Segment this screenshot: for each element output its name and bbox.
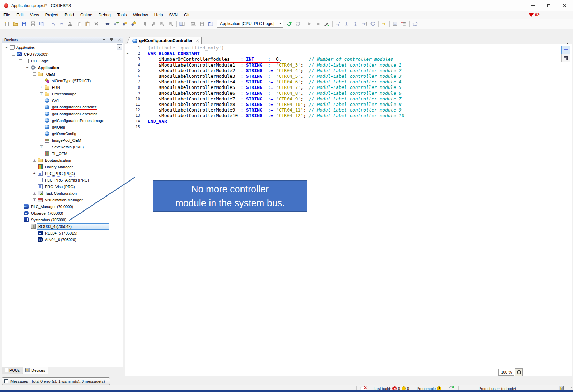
clear-bookmarks-button[interactable] bbox=[167, 20, 175, 28]
tree-dropdown-button[interactable] bbox=[117, 44, 122, 50]
step-out-button[interactable] bbox=[351, 20, 360, 28]
fold-collapse-icon[interactable] bbox=[125, 51, 130, 56]
find-button[interactable] bbox=[103, 20, 112, 28]
flow-control-button[interactable] bbox=[391, 20, 399, 28]
undo-button[interactable] bbox=[48, 20, 57, 28]
step-over-button[interactable] bbox=[334, 20, 342, 28]
tree-item-plc-logic[interactable]: −PLC Logic bbox=[2, 57, 123, 64]
code-line-12[interactable]: sModulLabelControllerModule9 : STRING :=… bbox=[148, 107, 404, 113]
pin-icon[interactable] bbox=[109, 38, 114, 42]
tree-item-bootapplication[interactable]: +Bootapplication bbox=[2, 157, 123, 163]
print-button[interactable] bbox=[29, 20, 37, 28]
device-communication-button[interactable] bbox=[206, 20, 215, 28]
tree-item-gvlconfigurationprocessimage[interactable]: gvlConfigurationProcessImage bbox=[2, 117, 123, 124]
menu-build[interactable]: Build bbox=[61, 11, 77, 18]
redo-button[interactable] bbox=[57, 20, 66, 28]
tree-item-plc-manager-70-0000[interactable]: PLC_Manager (70.0000) bbox=[2, 203, 123, 210]
find-objects-button[interactable] bbox=[121, 20, 129, 28]
code-line-15[interactable] bbox=[148, 124, 404, 130]
tree-item-saveretain-prg[interactable]: +SaveRetain (PRG) bbox=[2, 144, 123, 150]
close-button[interactable] bbox=[557, 0, 573, 11]
expand-icon[interactable]: + bbox=[40, 86, 43, 89]
window-menu-icon[interactable] bbox=[101, 38, 106, 42]
close-panel-icon[interactable] bbox=[117, 38, 122, 42]
code-line-10[interactable]: sModulLabelControllerModule7 : STRING :=… bbox=[148, 96, 404, 102]
tree-item-rel04-5-705015[interactable]: REL04_5 (705015) bbox=[2, 230, 123, 236]
login-button[interactable] bbox=[285, 20, 294, 28]
code-line-9[interactable]: sModulLabelControllerModule6 : STRING :=… bbox=[148, 91, 404, 96]
zoom-level[interactable]: 100 % bbox=[498, 369, 514, 376]
menu-svn[interactable]: SVN bbox=[166, 11, 181, 18]
tabular-view-button[interactable] bbox=[561, 54, 570, 62]
copy-pages-button[interactable] bbox=[37, 20, 46, 28]
minimize-button[interactable] bbox=[525, 0, 541, 11]
pragma-message-badge[interactable]: 62 bbox=[529, 13, 540, 17]
tree-item-imagepool-oem[interactable]: ImagePool_OEM bbox=[2, 137, 123, 144]
open-project-button[interactable] bbox=[11, 20, 20, 28]
code-line-13[interactable]: sModulLabelControllerModule10 : STRING :… bbox=[148, 113, 404, 118]
close-tab-icon[interactable] bbox=[196, 40, 199, 42]
tree-item-gvl[interactable]: GVL bbox=[2, 97, 123, 104]
tab-devices[interactable]: Devices bbox=[23, 367, 48, 374]
menu-debug[interactable]: Debug bbox=[96, 11, 114, 18]
code-line-8[interactable]: sModulLabelControllerModule5 : STRING :=… bbox=[148, 85, 404, 90]
code-line-6[interactable]: sModulLabelControllerModule3 : STRING :=… bbox=[148, 74, 404, 79]
textual-view-button[interactable] bbox=[561, 46, 570, 54]
zoom-button[interactable] bbox=[515, 368, 523, 376]
single-cycle-button[interactable] bbox=[411, 20, 419, 28]
tree-item-visualization-manager[interactable]: +Visualization Manager bbox=[2, 197, 123, 203]
chevron-down-icon[interactable] bbox=[277, 20, 283, 27]
tree-item-library-manager[interactable]: Library Manager bbox=[2, 163, 123, 170]
copy-button[interactable] bbox=[75, 20, 83, 28]
active-application-combo[interactable]: Application [CPU: PLC Logic] bbox=[217, 20, 283, 28]
tree-item-gvlconfigurationgenerator[interactable]: gvlConfigurationGenerator bbox=[2, 110, 123, 117]
tree-item-cpu-705003[interactable]: −CPU (705003) bbox=[2, 51, 123, 57]
collapse-icon[interactable]: − bbox=[26, 225, 29, 228]
tree-item-gvlconfigurationcontroller[interactable]: gvlConfigurationController bbox=[2, 104, 123, 110]
tree-item-oem[interactable]: −-OEM bbox=[2, 71, 123, 77]
code-line-7[interactable]: sModulLabelControllerModule4 : STRING :=… bbox=[148, 79, 404, 85]
tree-item-plc-prg-prg[interactable]: +PLC_PRG (PRG) bbox=[2, 170, 123, 177]
expand-icon[interactable]: + bbox=[40, 92, 43, 95]
replace-button[interactable] bbox=[112, 20, 121, 28]
tree-item-plc-prg-alarms-prg[interactable]: PLC_PRG_Alarms (PRG) bbox=[2, 177, 123, 183]
show-next-statement-button[interactable] bbox=[380, 20, 388, 28]
cut-button[interactable] bbox=[66, 20, 75, 28]
menu-file[interactable]: File bbox=[0, 11, 13, 18]
tree-item-rou03-4-705042[interactable]: −ROU03_4 (705042) bbox=[2, 223, 123, 230]
tree-item-tl-oem[interactable]: TL_OEM bbox=[2, 150, 123, 157]
expand-icon[interactable]: + bbox=[33, 198, 36, 201]
menu-project[interactable]: Project bbox=[42, 11, 61, 18]
code-line-2[interactable]: VAR_GLOBAL CONSTANT bbox=[148, 51, 404, 56]
collapse-icon[interactable]: − bbox=[33, 72, 36, 76]
build-button[interactable] bbox=[189, 20, 198, 28]
delete-button[interactable] bbox=[92, 20, 101, 28]
tree-item-processimage[interactable]: +ProcessImage bbox=[2, 91, 123, 97]
breakpoints-dialog-button[interactable] bbox=[399, 20, 408, 28]
menu-view[interactable]: View bbox=[27, 11, 42, 18]
run-to-cursor-button[interactable] bbox=[360, 20, 368, 28]
toggle-bookmark-button[interactable] bbox=[140, 20, 149, 28]
tree-item-prg-visu-prg[interactable]: PRG_Visu (PRG) bbox=[2, 183, 123, 190]
stop-button[interactable] bbox=[314, 20, 322, 28]
paste-button[interactable] bbox=[83, 20, 92, 28]
tree-item-ain04-6-705020[interactable]: AIN04_6 (705020) bbox=[2, 236, 123, 243]
tree-item-application[interactable]: −Application bbox=[2, 44, 123, 51]
code-line-1[interactable]: {attribute 'qualified_only'} bbox=[148, 45, 404, 51]
tree-item-application[interactable]: −Application bbox=[2, 64, 123, 71]
tree-item-gvloem[interactable]: gvlOem bbox=[2, 124, 123, 130]
next-bookmark-button[interactable] bbox=[158, 20, 167, 28]
code-line-11[interactable]: sModulLabelControllerModule8 : STRING :=… bbox=[148, 102, 404, 107]
collapse-icon[interactable]: − bbox=[5, 46, 8, 49]
collapse-icon[interactable]: − bbox=[19, 59, 22, 62]
clean-button[interactable] bbox=[198, 20, 206, 28]
tree-item-fun[interactable]: +FUN bbox=[2, 84, 123, 91]
messages-bar[interactable]: Messages - Total 0 error(s), 1 warning(s… bbox=[2, 377, 110, 385]
expand-icon[interactable]: + bbox=[33, 192, 36, 195]
tree-item-systembus-705000[interactable]: −Systembus (705000) bbox=[2, 216, 123, 223]
menu-edit[interactable]: Edit bbox=[13, 11, 27, 18]
menu-help[interactable]: Help bbox=[151, 11, 166, 18]
tree-item-gvloemconfig[interactable]: gvlOemConfig bbox=[2, 130, 123, 137]
replace-objects-button[interactable] bbox=[129, 20, 138, 28]
compare-objects-button[interactable] bbox=[178, 20, 186, 28]
